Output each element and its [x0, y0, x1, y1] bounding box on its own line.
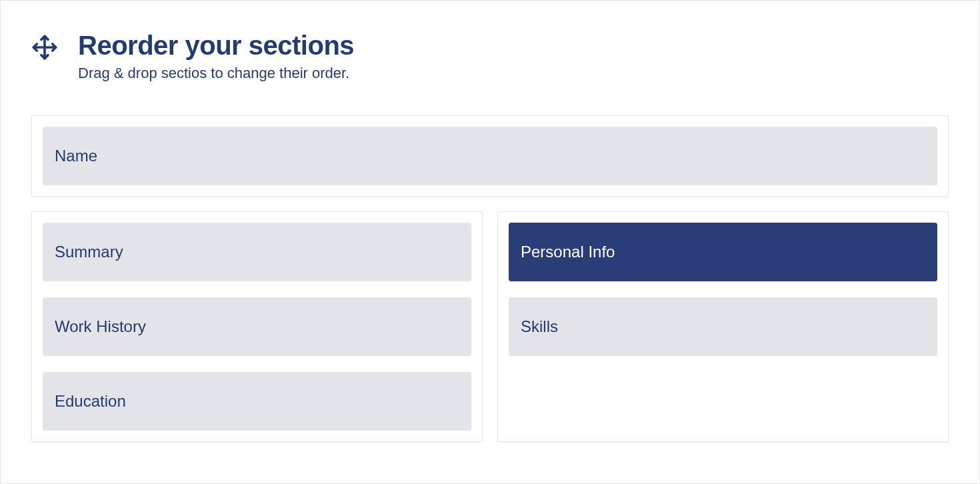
top-card: Name [31, 115, 949, 197]
section-item-skills[interactable]: Skills [509, 297, 937, 356]
section-item-label: Work History [55, 317, 146, 335]
columns: Summary Work History Education Personal … [31, 211, 949, 442]
header-text: Reorder your sections Drag & drop sectio… [78, 31, 354, 82]
section-item-education[interactable]: Education [43, 372, 471, 431]
reorder-sections-panel: Reorder your sections Drag & drop sectio… [0, 0, 980, 484]
section-item-label: Personal Info [521, 243, 615, 261]
section-item-personal-info[interactable]: Personal Info [509, 223, 937, 281]
move-icon [31, 34, 58, 61]
section-item-label: Name [55, 147, 97, 165]
page-title: Reorder your sections [78, 31, 354, 59]
section-item-label: Education [55, 392, 126, 410]
header: Reorder your sections Drag & drop sectio… [31, 31, 949, 82]
section-item-work-history[interactable]: Work History [43, 297, 471, 356]
section-item-label: Skills [521, 317, 558, 335]
right-column[interactable]: Personal Info Skills [497, 211, 949, 442]
page-subtitle: Drag & drop sectios to change their orde… [78, 65, 354, 82]
section-item-label: Summary [55, 243, 123, 261]
section-item-name[interactable]: Name [43, 127, 937, 185]
section-item-summary[interactable]: Summary [43, 223, 471, 281]
left-column[interactable]: Summary Work History Education [31, 211, 483, 442]
